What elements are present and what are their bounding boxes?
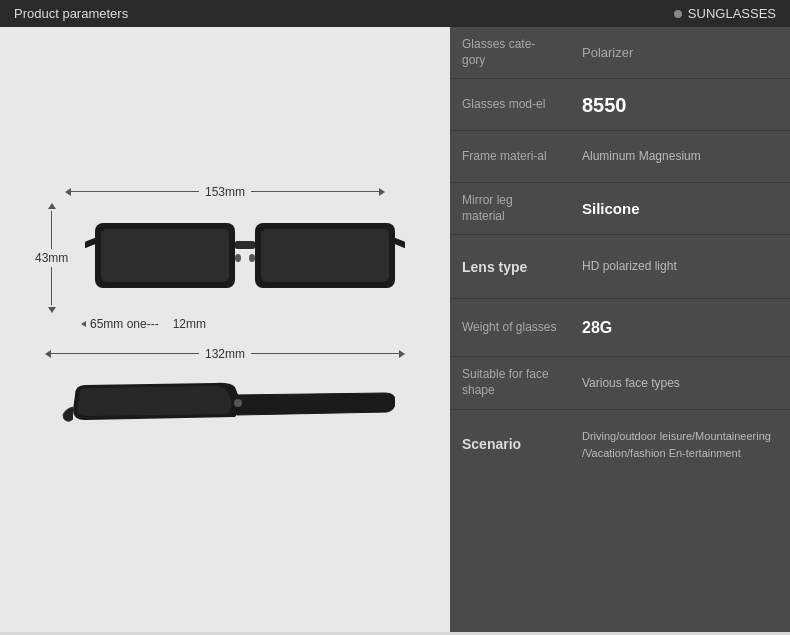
page-title: Product parameters (14, 6, 128, 21)
spec-key-frame: Frame materi-al (450, 131, 570, 182)
badge-label: SUNGLASSES (688, 6, 776, 21)
spec-value-frame: Aluminum Magnesium (570, 131, 790, 182)
spec-value-model: 8550 (570, 79, 790, 130)
spec-row-face: Suitable for face shape Various face typ… (450, 357, 790, 409)
arrow-up-43 (48, 203, 56, 209)
spec-key-category: Glasses cate-gory (450, 27, 570, 78)
spec-key-weight: Weight of glasses (450, 299, 570, 356)
svg-rect-4 (235, 241, 255, 249)
line-153b (251, 191, 379, 192)
spec-key-scenario: Scenario (450, 410, 570, 480)
svg-point-8 (249, 254, 255, 262)
top-glasses-diagram: 153mm 43mm (35, 185, 415, 331)
spec-value-scenario: Driving/outdoor leisure/Mountaineering /… (570, 410, 790, 480)
dim-43-area: 43mm (35, 203, 68, 313)
main-content: 153mm 43mm (0, 27, 790, 632)
svg-line-6 (395, 241, 405, 245)
spec-key-mirror: Mirror leg material (450, 183, 570, 234)
bottom-dims: 65mm one--- 12mm (35, 317, 415, 331)
spec-row-frame: Frame materi-al Aluminum Magnesium (450, 131, 790, 183)
side-glasses-diagram: 132mm (35, 347, 415, 475)
svg-point-7 (235, 254, 241, 262)
line-132b (251, 353, 399, 354)
left-diagram-panel: 153mm 43mm (0, 27, 450, 632)
svg-line-5 (85, 241, 95, 245)
spec-row-model: Glasses mod-el 8550 (450, 79, 790, 131)
svg-rect-2 (101, 229, 229, 282)
dot-icon (674, 10, 682, 18)
spec-key-model: Glasses mod-el (450, 79, 570, 130)
arrow-down-43 (48, 307, 56, 313)
arrow-right-153 (379, 188, 385, 196)
spec-value-category: Polarizer (570, 27, 790, 78)
spec-key-face: Suitable for face shape (450, 357, 570, 408)
spec-value-face: Various face types (570, 357, 790, 408)
svg-rect-3 (261, 229, 389, 282)
glasses-top-row: 43mm (35, 203, 415, 313)
dim-132: 132mm (199, 347, 251, 361)
vline-43 (51, 211, 52, 249)
spec-row-category: Glasses cate-gory Polarizer (450, 27, 790, 79)
arrow-left-65 (81, 321, 86, 327)
spec-value-lens: HD polarized light (570, 235, 790, 298)
vline-43b (51, 267, 52, 305)
dim-132-row: 132mm (35, 347, 415, 361)
dim-43-label: 43mm (35, 251, 68, 265)
spec-row-lens: Lens type HD polarized light (450, 235, 790, 299)
dim-65-label: 65mm one--- (90, 317, 159, 331)
dim-65-area: 65mm one--- (81, 317, 159, 331)
arrow-right-132 (399, 350, 405, 358)
svg-point-9 (234, 399, 242, 407)
page-header: Product parameters SUNGLASSES (0, 0, 790, 27)
line-132 (51, 353, 199, 354)
line-153 (71, 191, 199, 192)
dim-153: 153mm (199, 185, 251, 199)
spec-value-mirror: Silicone (570, 183, 790, 234)
glasses-side-svg (55, 365, 395, 475)
spec-row-mirror: Mirror leg material Silicone (450, 183, 790, 235)
badge-area: SUNGLASSES (674, 6, 776, 21)
glasses-top-svg (85, 203, 405, 313)
spec-value-weight: 28G (570, 299, 790, 356)
spec-key-lens: Lens type (450, 235, 570, 298)
spec-row-weight: Weight of glasses 28G (450, 299, 790, 357)
specs-panel: Glasses cate-gory Polarizer Glasses mod-… (450, 27, 790, 632)
spec-row-scenario: Scenario Driving/outdoor leisure/Mountai… (450, 410, 790, 480)
dim-12-label: 12mm (173, 317, 206, 331)
